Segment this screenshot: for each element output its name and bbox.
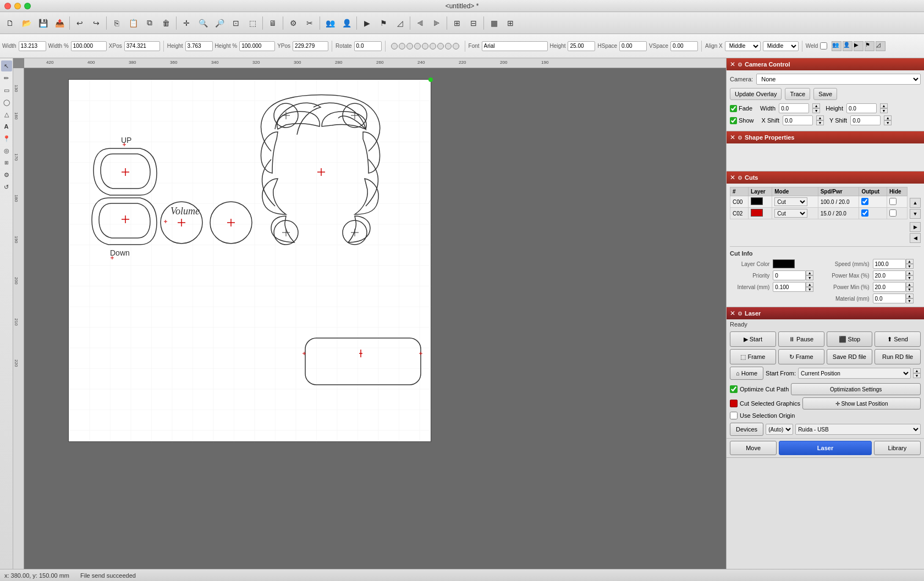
cut-mode-select-c02[interactable]: Cut (774, 209, 807, 218)
library-btn[interactable]: Library (874, 441, 921, 455)
rect-tool-btn[interactable]: ▭ (1, 85, 12, 96)
flag-button[interactable]: ⚑ (376, 15, 391, 31)
boolean-button[interactable]: ⊟ (466, 15, 481, 31)
height2-input[interactable] (568, 41, 595, 51)
cut-layer-c02[interactable] (749, 208, 772, 219)
speed-down-btn[interactable]: ▼ (906, 264, 914, 269)
pause-btn[interactable]: ⏸ Pause (778, 331, 824, 347)
cut-mode-c02[interactable]: Cut (772, 208, 818, 219)
bspline-tool-btn[interactable]: ◎ (1, 145, 12, 156)
dot-btn-8[interactable] (445, 43, 452, 49)
toolbar-icon-1[interactable]: 👥 (832, 41, 842, 51)
start-from-up[interactable]: ▲ (913, 368, 921, 373)
undo-button[interactable]: ↩ (72, 15, 87, 31)
close-button[interactable] (4, 3, 11, 9)
cut-layer-c00[interactable] (749, 196, 772, 208)
cut-hide-c00[interactable] (887, 196, 907, 208)
cut-mode-select-c00[interactable]: Cut (774, 197, 807, 206)
fade-width-up[interactable]: ▲ (812, 103, 820, 108)
cuts-header[interactable]: ✕ ⚙ Cuts (727, 171, 924, 184)
optimization-settings-btn[interactable]: Optimization Settings (791, 383, 921, 395)
down-button-inner[interactable] (99, 203, 150, 238)
pmin-down-btn[interactable]: ▼ (906, 287, 914, 292)
speed-ci-input[interactable] (873, 259, 906, 269)
node-edit-button[interactable]: ⊞ (449, 15, 465, 31)
dot-btn-7[interactable] (437, 43, 444, 49)
redo-button[interactable]: ↪ (89, 15, 104, 31)
canvas-area[interactable]: 420 400 380 360 340 320 300 280 260 240 … (13, 58, 726, 569)
monitor-button[interactable]: 🖥 (265, 15, 280, 31)
maximize-button[interactable] (24, 3, 31, 9)
play-button[interactable]: ▶ (359, 15, 375, 31)
priority-up-btn[interactable]: ▲ (806, 270, 813, 275)
toolbar-icon-4[interactable]: ⚑ (865, 41, 875, 51)
select-tool-btn[interactable]: ↖ (1, 60, 12, 71)
zoom-out-button[interactable]: 🔎 (212, 15, 227, 31)
vspace-input[interactable] (670, 41, 698, 51)
zoom-in-button[interactable]: 🔍 (195, 15, 211, 31)
power-max-input[interactable] (873, 270, 906, 280)
dot-btn-6[interactable] (430, 43, 436, 49)
width-input[interactable] (19, 41, 46, 51)
dot-btn-1[interactable] (391, 43, 398, 49)
interval-down-btn[interactable]: ▼ (806, 287, 813, 292)
shape-props-close-icon[interactable]: ✕ (730, 134, 735, 141)
cuts-close-icon[interactable]: ✕ (730, 174, 735, 181)
node-tool-btn[interactable]: 📍 (1, 133, 12, 144)
arc-shape-5[interactable] (262, 179, 286, 214)
dot-btn-2[interactable] (399, 43, 405, 49)
move-tool[interactable]: ✛ (179, 15, 194, 31)
material-input[interactable] (873, 294, 906, 303)
devices-auto-select[interactable]: (Auto) (766, 424, 793, 435)
laser-header[interactable]: ✕ ⚙ Laser (727, 307, 924, 319)
devices-ruida-select[interactable]: Ruida - USB (795, 424, 921, 435)
speed-up-btn[interactable]: ▲ (906, 259, 914, 264)
laser-close-icon[interactable]: ✕ (730, 309, 735, 317)
save-button[interactable]: 💾 (35, 15, 51, 31)
height-input[interactable] (185, 41, 213, 51)
zoom-fit-button[interactable]: ⊡ (228, 15, 244, 31)
priority-down-btn[interactable]: ▼ (806, 275, 813, 280)
use-selection-checkbox[interactable] (730, 412, 738, 419)
frame-btn-2[interactable]: ↻ Frame (778, 349, 824, 364)
pen-tool-btn[interactable]: ✏ (1, 73, 12, 84)
save-rd-btn[interactable]: Save RD file (827, 349, 873, 364)
camera-gear-icon[interactable]: ⚙ (738, 62, 743, 68)
cuts-scroll-down[interactable]: ▼ (910, 209, 921, 219)
dot-btn-5[interactable] (422, 43, 428, 49)
toolbar-icon-5[interactable]: ◿ (876, 41, 886, 51)
paste-button[interactable]: 📋 (125, 15, 141, 31)
shapes-svg[interactable]: UP (69, 80, 432, 442)
camera-select[interactable]: None (756, 74, 921, 85)
align-left-button[interactable]: ⫷ (413, 15, 428, 31)
export-button[interactable]: 📤 (52, 15, 67, 31)
devices-btn[interactable]: Devices (730, 423, 763, 436)
cuts-scroll-up[interactable]: ▲ (910, 198, 921, 208)
move-btn[interactable]: Move (730, 441, 777, 455)
font-input[interactable] (482, 41, 548, 51)
duplicate-button[interactable]: ⧉ (142, 15, 157, 31)
polygon-tool-btn[interactable]: △ (1, 109, 12, 120)
cut-mode-c00[interactable]: Cut (772, 196, 818, 208)
yshift-input[interactable] (850, 115, 881, 125)
aligny-select[interactable]: Middle (763, 41, 799, 51)
arc-shape-4[interactable] (261, 132, 278, 173)
user-button[interactable]: 👤 (339, 15, 354, 31)
text-tool-btn[interactable]: A (1, 121, 12, 132)
ellipse-tool-btn[interactable]: ◯ (1, 97, 12, 108)
layer-color-swatch-c00[interactable] (751, 197, 763, 205)
frame-btn-1[interactable]: ⬚ Frame (730, 349, 776, 364)
toolbar-icon-2[interactable]: 👤 (843, 41, 853, 51)
shape-props-gear-icon[interactable]: ⚙ (738, 135, 743, 141)
material-down-btn[interactable]: ▼ (906, 298, 914, 303)
xshift-input[interactable] (783, 115, 813, 125)
tools-button[interactable]: ✂ (302, 15, 317, 31)
shape-props-header[interactable]: ✕ ⚙ Shape Properties (727, 131, 924, 143)
start-from-down[interactable]: ▼ (913, 373, 921, 378)
fade-width-down[interactable]: ▼ (812, 108, 820, 113)
material-up-btn[interactable]: ▲ (906, 294, 914, 298)
optimize-checkbox[interactable] (730, 385, 738, 393)
yshift-up[interactable]: ▲ (884, 115, 892, 120)
fade-height-input[interactable] (846, 103, 877, 113)
camera-header[interactable]: ✕ ⚙ Camera Control (727, 58, 924, 70)
